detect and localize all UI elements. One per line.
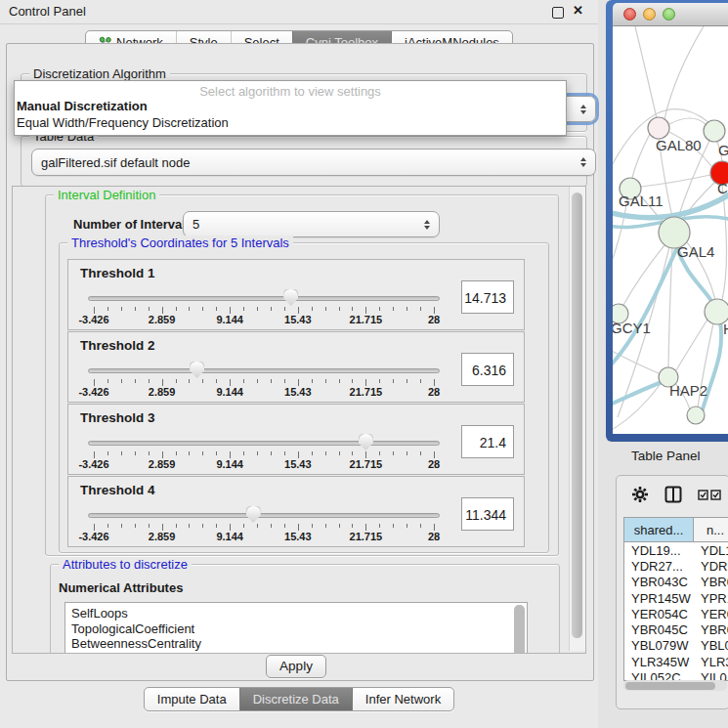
slider-track[interactable] [88, 513, 440, 518]
table-data-combobox[interactable]: galFiltered.sif default node [31, 149, 596, 176]
table-row[interactable]: YDL19...YDL1 [624, 542, 728, 558]
table-cell[interactable]: YLR345W [624, 655, 694, 669]
tab-infer-network[interactable]: Infer Network [352, 688, 453, 710]
column-header-name[interactable]: n... [694, 518, 728, 541]
float-window-icon[interactable] [552, 7, 564, 19]
network-edge[interactable] [722, 185, 727, 300]
table-header-row: shared... n... [624, 518, 728, 542]
table-row[interactable]: YBR043CYBR0 [624, 575, 728, 590]
bottom-tab-bar: Impute DataDiscretize DataInfer Network [0, 687, 598, 711]
gear-icon[interactable] [631, 486, 649, 503]
tab-impute-data[interactable]: Impute Data [145, 688, 239, 710]
slider-thumb[interactable] [246, 506, 261, 523]
scrollbar-thumb[interactable] [625, 682, 715, 690]
network-node[interactable] [687, 407, 705, 424]
slider-track[interactable] [88, 296, 440, 301]
node-label: HAP2 [669, 382, 707, 399]
table-cell[interactable]: YBR045C [624, 622, 694, 637]
close-icon[interactable]: ✕ [573, 3, 583, 18]
threshold-value-field[interactable]: 14.713 [461, 280, 514, 314]
network-edge-thick[interactable] [613, 381, 664, 406]
scale-tick-label: 9.144 [216, 531, 243, 542]
table-cell[interactable]: YBR043C [624, 575, 694, 589]
table-row[interactable]: YPR145WYPR1 [624, 590, 728, 606]
numerical-attributes-list[interactable]: SelfLoopsTopologicalCoefficientBetweenne… [64, 602, 528, 654]
table-cell[interactable]: YER0 [694, 607, 728, 621]
network-edge[interactable] [635, 26, 657, 118]
attribute-list-item[interactable]: BetweennessCentrality [65, 636, 527, 652]
vertical-scrollbar[interactable] [569, 187, 585, 651]
table-cell[interactable]: YDL19... [624, 543, 694, 558]
network-edge[interactable] [641, 175, 710, 187]
attribute-list-item[interactable]: TopologicalCoefficient [65, 621, 527, 637]
slider-thumb[interactable] [190, 362, 204, 378]
table-cell[interactable]: YPR145W [624, 591, 694, 606]
table-row[interactable]: YBR045CYBR0 [624, 621, 728, 637]
checkbox-icon[interactable] [710, 490, 721, 500]
table-cell[interactable]: YER054C [624, 607, 694, 621]
threshold-value-field[interactable]: 11.344 [461, 497, 514, 531]
table-cell[interactable]: YPR1 [694, 591, 728, 606]
table-cell[interactable]: YDL1 [694, 543, 728, 558]
table-row[interactable]: YBL079WYBL0 [624, 638, 728, 654]
list-scrollbar[interactable] [514, 605, 525, 654]
column-header-shared-name[interactable]: shared... [624, 518, 694, 541]
table-cell[interactable]: YBL0 [694, 638, 728, 653]
network-canvas[interactable]: GAL80GCGAL11GAL4GCY1HHAP2 [613, 26, 728, 434]
columns-icon[interactable] [664, 486, 682, 503]
threshold-panel: Threshold 1 -3.4262.8599.14415.4321.7152… [67, 259, 525, 330]
table-row[interactable]: YDR27...YDR2 [624, 558, 728, 574]
minimize-traffic-light-icon[interactable] [643, 8, 656, 21]
network-node-gal80[interactable] [648, 117, 669, 139]
table-cell[interactable]: YBR0 [694, 575, 728, 589]
node-label: GAL80 [656, 137, 702, 153]
tab-discretize-data[interactable]: Discretize Data [239, 688, 352, 710]
table-cell[interactable]: YBR0 [694, 622, 728, 637]
zoom-traffic-light-icon[interactable] [663, 8, 675, 21]
network-graph: GAL80GCGAL11GAL4GCY1HHAP2 [613, 26, 728, 434]
network-node-g[interactable] [704, 120, 725, 142]
checkbox-icon[interactable] [698, 490, 708, 500]
slider-thumb[interactable] [283, 289, 298, 306]
algorithm-option[interactable]: Manual Discretization [15, 99, 566, 115]
scrollbar-thumb[interactable] [572, 193, 582, 638]
horizontal-scrollbar[interactable] [623, 680, 727, 691]
scale-tick-label: 28 [428, 386, 440, 398]
apply-button[interactable]: Apply [266, 655, 326, 678]
slider-track[interactable] [88, 368, 440, 373]
algorithm-option[interactable]: Equal Width/Frequency Discretization [15, 115, 566, 132]
table-row[interactable]: YLR345WYLR3 [624, 654, 728, 669]
table-cell[interactable]: YDR27... [624, 559, 694, 574]
network-edge[interactable] [613, 199, 627, 271]
attribute-list-item[interactable]: SelfLoops [65, 606, 527, 621]
threshold-value-field[interactable]: 21.4 [461, 425, 514, 458]
network-edge[interactable] [664, 26, 704, 119]
node-table: shared... n... YDL19...YDL1YDR27...YDR2Y… [623, 517, 728, 681]
scale-tick-label: 15.43 [284, 531, 312, 542]
slider-thumb[interactable] [359, 434, 373, 450]
number-of-intervals-combobox[interactable]: 5 [183, 211, 440, 237]
close-traffic-light-icon[interactable] [623, 8, 636, 21]
table-cell[interactable]: YDR2 [694, 559, 728, 574]
node-label: GAL4 [677, 243, 714, 260]
thresholds-group-label: Threshold's Coordinates for 5 Intervals [67, 236, 293, 250]
network-edge[interactable] [676, 320, 707, 370]
scale-tick-label: 9.144 [216, 386, 243, 398]
network-edge[interactable] [632, 134, 650, 178]
settings-scroll-area: Interval Definition Number of Intervals … [12, 186, 586, 654]
table-cell[interactable]: YLR3 [694, 655, 728, 669]
table-row[interactable]: YER054CYER0 [624, 606, 728, 621]
number-of-intervals-value: 5 [193, 217, 199, 232]
scale-tick-label: 21.715 [350, 458, 383, 470]
node-label: G [718, 142, 728, 158]
slider-track[interactable] [88, 441, 440, 446]
scale-tick-label: 28 [428, 531, 440, 542]
discretization-algorithm-label: Discretization Algorithm [29, 66, 170, 81]
thresholds-group: Threshold's Coordinates for 5 Intervals … [59, 242, 549, 553]
network-edge[interactable] [623, 245, 664, 305]
network-edge[interactable] [669, 118, 706, 124]
threshold-label: Threshold 1 [80, 266, 155, 280]
node-label: GCY1 [613, 320, 651, 336]
threshold-value-field[interactable]: 6.316 [461, 353, 514, 386]
table-cell[interactable]: YBL079W [624, 638, 694, 653]
